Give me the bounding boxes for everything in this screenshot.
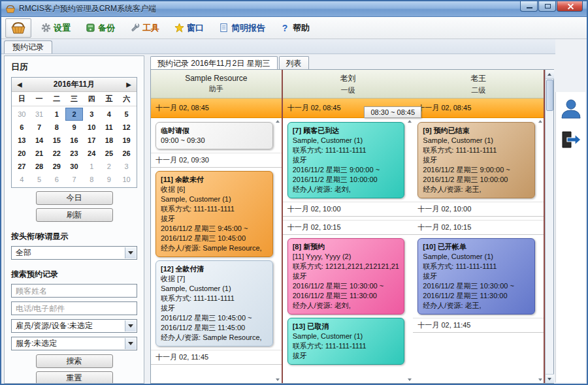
calendar-day[interactable]: 1 — [83, 160, 101, 173]
menu-item-settings[interactable]: 设置 — [35, 20, 76, 37]
calendar-day[interactable]: 12 — [118, 121, 135, 134]
tab-day-view[interactable]: 预约记录 2016年11月2日 星期三 — [150, 56, 278, 70]
time-band-cell[interactable]: 十一月 02, 08:45 — [151, 99, 282, 118]
maximize-button[interactable] — [538, 1, 556, 12]
calendar-day[interactable]: 15 — [48, 134, 65, 147]
time-slot[interactable]: 十一月 02, 11:45 — [413, 318, 544, 333]
calendar-day[interactable]: 24 — [83, 147, 101, 160]
calendar-day[interactable]: 13 — [13, 134, 31, 147]
scrollbar-thumb[interactable] — [546, 80, 553, 111]
appointment-card[interactable]: [8] 新预约[11] Yyyy, Yyyy (2)联系方式: 12121,21… — [287, 238, 405, 315]
calendar-month-label[interactable]: 2016年11月 — [54, 79, 95, 90]
menu-item-help[interactable]: ? 帮助 — [274, 20, 315, 37]
calendar-day[interactable]: 11 — [101, 121, 118, 134]
calendar-day[interactable]: 7 — [65, 173, 83, 186]
calendar-day[interactable]: 4 — [13, 173, 31, 186]
time-slot[interactable]: 十一月 02, 10:00 — [413, 202, 544, 217]
calendar-day[interactable]: 9 — [101, 173, 118, 186]
search-button[interactable]: 搜索 — [36, 354, 113, 368]
appointment-card[interactable]: [12] 全款付清收据 [7]Sample, Customer (1)联系方式:… — [155, 260, 273, 346]
calendar-day[interactable]: 8 — [48, 121, 65, 134]
customer-name-input[interactable] — [11, 284, 137, 298]
menu-item-backup[interactable]: 备份 — [80, 20, 120, 37]
appointment-card[interactable]: 临时请假09:00 ~ 09:30 — [155, 122, 273, 149]
calendar-day[interactable]: 27 — [13, 160, 31, 173]
calendar-day[interactable]: 1 — [48, 108, 65, 121]
calendar-day[interactable]: 6 — [48, 173, 65, 186]
scroll-up-button[interactable] — [546, 70, 554, 79]
card-text-line: 2016/11/2 星期三 10:30:00 ~ — [293, 281, 400, 291]
calendar-day[interactable]: 14 — [31, 134, 48, 147]
column-scrollbar[interactable] — [406, 120, 412, 381]
logout-button[interactable] — [559, 127, 583, 152]
close-button[interactable] — [557, 1, 583, 12]
user-button[interactable] — [559, 96, 583, 121]
app-menu-button[interactable] — [5, 18, 31, 38]
time-slot[interactable]: 十一月 02, 10:15 — [413, 220, 544, 235]
calendar-day[interactable]: 21 — [31, 147, 48, 160]
calendar-day[interactable]: 7 — [31, 121, 48, 134]
appointment-card[interactable]: [7] 顾客已到达Sample, Customer (1)联系方式: 111-1… — [287, 122, 405, 198]
calendar-day[interactable]: 2 — [101, 160, 118, 173]
time-band-cell[interactable]: 十一月 02, 08:45 — [413, 99, 544, 118]
calendar-day[interactable]: 30 — [13, 108, 31, 121]
time-slot[interactable]: 十一月 02, 10:00 — [283, 202, 414, 217]
tab-appointments[interactable]: 预约记录 — [4, 40, 52, 54]
resource-select[interactable]: 雇员/资源/设备:未选定 — [11, 319, 137, 333]
time-slot[interactable]: 十一月 02, 11:45 — [151, 350, 282, 365]
column-scrollbar[interactable] — [537, 120, 543, 381]
calendar-day[interactable]: 9 — [65, 121, 83, 134]
calendar-day[interactable]: 4 — [101, 108, 118, 121]
calendar-day[interactable]: 10 — [83, 121, 101, 134]
calendar-day[interactable]: 19 — [118, 134, 135, 147]
calendar-day[interactable]: 26 — [118, 147, 135, 160]
resource-header[interactable]: 老王二级 — [413, 70, 544, 99]
title-filter-select[interactable]: 全部 — [11, 246, 137, 260]
calendar-day[interactable]: 5 — [118, 108, 135, 121]
calendar-day[interactable]: 31 — [31, 108, 48, 121]
calendar-day[interactable]: 18 — [101, 134, 118, 147]
today-button[interactable]: 今日 — [36, 191, 113, 205]
calendar-day[interactable]: 6 — [13, 121, 31, 134]
menu-item-tools[interactable]: 工具 — [124, 20, 165, 37]
phone-email-input[interactable] — [11, 301, 137, 315]
calendar-day[interactable]: 28 — [31, 160, 48, 173]
menu-item-window[interactable]: 窗口 — [169, 20, 209, 37]
calendar-day[interactable]: 30 — [65, 160, 83, 173]
calendar-day[interactable]: 17 — [83, 134, 101, 147]
column-scrollbar[interactable] — [275, 120, 281, 381]
calendar-day[interactable]: 10 — [118, 173, 135, 186]
calendar-day[interactable]: 3 — [83, 108, 101, 121]
time-slot[interactable]: 十一月 02, 10:15 — [283, 220, 414, 235]
calendar-next-button[interactable]: ▶ — [126, 81, 131, 88]
calendar-prev-button[interactable]: ◀ — [17, 81, 22, 88]
appointment-card[interactable]: [9] 预约已结束Sample, Customer (1)联系方式: 111-1… — [417, 122, 535, 198]
calendar-day[interactable]: 3 — [118, 160, 135, 173]
tab-list-view[interactable]: 列表 — [279, 56, 309, 70]
menu-item-report[interactable]: 简明报告 — [213, 20, 270, 37]
minimize-button[interactable] — [520, 1, 538, 12]
appointment-card[interactable]: [11] 余款未付收据 [6]Sample, Customer (1)联系方式:… — [155, 171, 273, 257]
scroll-down-button[interactable] — [546, 374, 554, 383]
calendar-day[interactable]: 29 — [48, 160, 65, 173]
reset-button[interactable]: 重置 — [36, 371, 113, 384]
refresh-button[interactable]: 刷新 — [36, 208, 113, 222]
calendar-day[interactable]: 5 — [31, 173, 48, 186]
calendar-day[interactable]: 8 — [83, 173, 101, 186]
calendar-day[interactable]: 2 — [65, 108, 83, 121]
calendar-day[interactable]: 23 — [65, 147, 83, 160]
resource-header[interactable]: 老刘一级 — [283, 70, 414, 99]
calendar-day[interactable]: 25 — [101, 147, 118, 160]
calendar-day[interactable]: 16 — [65, 134, 83, 147]
scroll-down-icon — [408, 378, 412, 381]
resource-column: 老王二级十一月 02, 08:45[9] 预约已结束Sample, Custom… — [413, 70, 545, 383]
appointment-card[interactable]: [13] 已取消Sample, Customer (1)联系方式: 111-11… — [287, 318, 405, 365]
time-slot[interactable]: 十一月 02, 09:30 — [151, 153, 282, 168]
vertical-scrollbar[interactable] — [545, 70, 553, 383]
service-select[interactable]: 服务:未选定 — [11, 337, 137, 350]
calendar-day[interactable]: 22 — [48, 147, 65, 160]
card-text-line: 联系方式: 12121,2121,212121,2121 — [293, 262, 400, 271]
calendar-day[interactable]: 20 — [13, 147, 31, 160]
resource-header[interactable]: Sample Resource助手 — [151, 70, 282, 99]
appointment-card[interactable]: [10] 已开帐单Sample, Customer (1)联系方式: 111-1… — [417, 238, 535, 315]
